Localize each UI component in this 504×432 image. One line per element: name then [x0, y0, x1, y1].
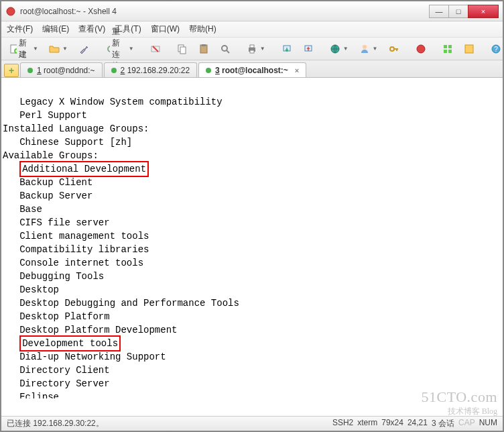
terminal-line: Backup Client: [3, 177, 92, 188]
print-icon: [247, 44, 257, 54]
terminal-line: CIFS file server: [3, 217, 110, 228]
svg-rect-8: [202, 44, 206, 46]
status-connection: 已连接 192.168.29.30:22。: [7, 418, 104, 429]
svg-text:?: ?: [494, 46, 498, 53]
terminal-line: Desktop Debugging and Performance Tools: [3, 298, 239, 309]
transfer-up-icon: [303, 44, 314, 54]
paste-icon: [198, 44, 209, 54]
chevron-down-icon: ▼: [62, 46, 68, 52]
svg-rect-22: [444, 45, 447, 48]
layout1-button[interactable]: [438, 41, 457, 57]
menu-view[interactable]: 查看(V): [78, 23, 105, 35]
tab-1[interactable]: 1 root@nddnd:~: [20, 62, 103, 77]
terminal-line: Desktop Platform: [3, 311, 110, 322]
terminal-line: Installed Language Groups:: [3, 123, 149, 134]
svg-rect-6: [180, 47, 186, 54]
menu-edit[interactable]: 编辑(E): [42, 23, 69, 35]
open-button[interactable]: ▼: [45, 41, 72, 57]
svg-rect-26: [465, 45, 473, 53]
terminal-line: Base: [3, 204, 42, 215]
chevron-down-icon: ▼: [343, 46, 349, 52]
menu-help[interactable]: 帮助(H): [189, 23, 216, 35]
single-pane-icon: [464, 44, 475, 54]
close-tab-icon[interactable]: ×: [295, 66, 299, 74]
highlight-box: Additional Development: [19, 161, 149, 177]
toolbar: 新建 ▼ ▼ 重新连接 ▼ ▼ ▼ ▼ ?▼: [1, 38, 503, 60]
layout2-button[interactable]: [460, 41, 479, 57]
terminal-line: Desktop: [3, 284, 59, 295]
folder-icon: [49, 44, 60, 54]
add-tab-button[interactable]: +: [4, 64, 19, 77]
help-button[interactable]: ?▼: [487, 41, 504, 57]
terminal-line: Dial-up Networking Support: [3, 352, 166, 362]
new-icon: [9, 44, 17, 54]
status-protocol: SSH2: [332, 418, 353, 429]
copy-button[interactable]: [173, 41, 192, 57]
svg-rect-23: [448, 45, 452, 48]
search-button[interactable]: [216, 41, 235, 57]
tab-2[interactable]: 2 192.168.29.20:22: [104, 62, 197, 77]
window-buttons: — □ ×: [430, 5, 499, 18]
window-title: root@localhost:~ - Xshell 4: [20, 7, 430, 16]
print-button[interactable]: ▼: [243, 41, 269, 57]
close-button[interactable]: ×: [468, 5, 499, 18]
status-sessions: 3 会话: [432, 418, 454, 429]
copy-icon: [177, 44, 188, 54]
terminal-line: Client management tools: [3, 231, 149, 241]
key-button[interactable]: [385, 41, 403, 57]
chevron-down-icon: ▼: [129, 46, 134, 52]
transfer-up-button[interactable]: [299, 41, 318, 57]
app-icon: [5, 6, 16, 17]
xshell-button[interactable]: [412, 41, 430, 57]
transfer-down-icon: [281, 44, 292, 54]
globe-button[interactable]: ▼: [326, 41, 353, 57]
reconnect-button[interactable]: 重新连接 ▼: [101, 41, 138, 57]
terminal-line: Legacy X Window System compatibility: [3, 97, 223, 107]
paste-button[interactable]: [194, 41, 213, 57]
svg-rect-12: [250, 45, 254, 48]
minimize-button[interactable]: —: [429, 5, 449, 18]
terminal-line: Additional Development: [3, 164, 149, 174]
globe-icon: [330, 44, 340, 54]
transfer-down-button[interactable]: [277, 41, 296, 57]
titlebar: root@localhost:~ - Xshell 4 — □ ×: [1, 1, 503, 21]
svg-point-21: [417, 45, 425, 53]
new-button[interactable]: 新建 ▼: [5, 41, 42, 57]
tabstrip: + 1 root@nddnd:~ 2 192.168.29.20:22 3 ro…: [1, 60, 503, 78]
disconnect-icon: [150, 44, 161, 54]
status-size: 79x24: [381, 418, 403, 429]
terminal-line: Development tools: [3, 338, 121, 349]
xshell-icon: [416, 44, 426, 54]
maximize-button[interactable]: □: [448, 5, 468, 18]
terminal-line: Directory Server: [3, 378, 110, 389]
grid-icon: [442, 44, 453, 54]
menu-file[interactable]: 文件(F): [7, 23, 33, 35]
help-icon: ?: [491, 44, 501, 54]
user-button[interactable]: ▼: [355, 41, 382, 57]
key-icon: [389, 44, 399, 54]
disconnect-button[interactable]: [146, 41, 165, 57]
svg-rect-24: [444, 50, 447, 53]
reconnect-icon: [105, 44, 110, 54]
terminal-line: Compatibility libraries: [3, 244, 149, 255]
terminal-output[interactable]: Legacy X Window System compatibility Per…: [1, 78, 503, 398]
svg-point-9: [222, 46, 227, 51]
status-cap: CAP: [458, 418, 475, 429]
svg-rect-25: [448, 50, 452, 53]
chevron-down-icon: ▼: [260, 46, 265, 52]
menu-window[interactable]: 窗口(W): [151, 23, 180, 35]
terminal-line: Eclipse: [3, 392, 59, 398]
chevron-down-icon: ▼: [33, 46, 38, 52]
wrench-icon: [78, 44, 89, 54]
user-icon: [359, 44, 370, 54]
status-dot-icon: [111, 68, 117, 73]
terminal-line: Chinese Support [zh]: [3, 137, 132, 148]
status-cursor: 24,21: [407, 418, 428, 429]
status-termtype: xterm: [357, 418, 377, 429]
svg-point-18: [390, 47, 394, 51]
tab-3[interactable]: 3 root@localhost:~×: [198, 62, 306, 77]
search-icon: [220, 44, 231, 54]
terminal-line: Perl Support: [3, 110, 87, 121]
terminal-line: Directory Client: [3, 365, 110, 376]
properties-button[interactable]: [74, 41, 93, 57]
